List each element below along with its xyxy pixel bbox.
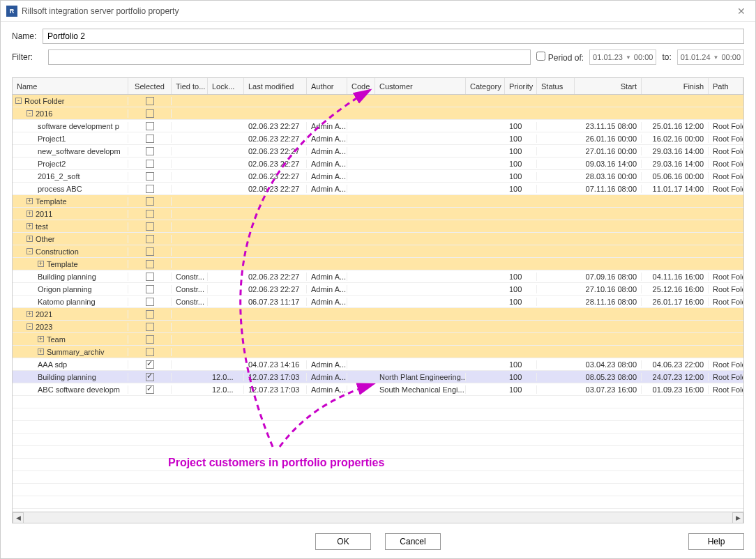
selected-checkbox[interactable] xyxy=(146,323,154,331)
selected-checkbox[interactable] xyxy=(146,385,154,394)
cell: 02.06.23 22:27 xyxy=(244,135,307,143)
table-row[interactable]: Katomo planningConstr...06.07.23 11:17Ad… xyxy=(13,296,743,308)
col-start[interactable]: Start xyxy=(575,78,642,94)
ok-button[interactable]: OK xyxy=(315,533,371,550)
close-icon[interactable]: ✕ xyxy=(733,6,750,17)
table-row[interactable]: +Summary_archiv xyxy=(13,346,743,358)
scroll-left-icon[interactable]: ◀ xyxy=(13,512,24,523)
table-row[interactable]: new_software developm02.06.23 22:27Admin… xyxy=(13,145,743,158)
cell: Root Fold xyxy=(709,160,743,168)
selected-checkbox[interactable] xyxy=(146,197,154,206)
expand-icon[interactable]: + xyxy=(38,261,44,267)
table-row[interactable]: Building planningConstr...02.06.23 22:27… xyxy=(13,270,743,283)
table-row[interactable]: +Other xyxy=(13,233,743,245)
selected-checkbox[interactable] xyxy=(146,210,154,218)
expand-icon[interactable]: + xyxy=(27,198,33,204)
col-tied[interactable]: Tied to... xyxy=(172,78,208,94)
table-row[interactable]: ABC software developm12.0...12.07.23 17:… xyxy=(13,383,743,396)
period-checkbox-wrap[interactable]: Period of: xyxy=(536,52,584,63)
col-name[interactable]: Name xyxy=(13,78,128,94)
table-row[interactable]: -Construction xyxy=(13,245,743,258)
selected-checkbox[interactable] xyxy=(146,247,154,256)
selected-checkbox[interactable] xyxy=(146,360,154,369)
selected-checkbox[interactable] xyxy=(146,310,154,319)
col-code[interactable]: Code xyxy=(347,78,375,94)
cell: 03.04.23 08:00 xyxy=(575,360,642,369)
col-lock[interactable]: Lock... xyxy=(208,78,244,94)
table-row[interactable]: +2021 xyxy=(13,308,743,321)
horizontal-scrollbar[interactable]: ◀ ▶ xyxy=(13,512,743,523)
col-category[interactable]: Category xyxy=(466,78,505,94)
table-row[interactable]: Origon planningConstr...02.06.23 22:27Ad… xyxy=(13,283,743,296)
selected-checkbox[interactable] xyxy=(146,298,154,306)
table-row[interactable]: Project202.06.23 22:27Admin A...10009.03… xyxy=(13,158,743,170)
col-selected[interactable]: Selected xyxy=(128,78,172,94)
help-button[interactable]: Help xyxy=(688,533,744,550)
table-row[interactable]: +test xyxy=(13,220,743,233)
name-input[interactable] xyxy=(43,29,744,44)
selected-checkbox[interactable] xyxy=(146,122,154,130)
cell: 100 xyxy=(505,373,537,381)
from-date[interactable]: 01.01.23▼00:00 xyxy=(589,49,656,65)
col-status[interactable]: Status xyxy=(537,78,575,94)
table-row[interactable]: software development p02.06.23 22:27Admi… xyxy=(13,120,743,132)
col-modified[interactable]: Last modified xyxy=(244,78,307,94)
table-row[interactable]: +2011 xyxy=(13,208,743,220)
table-body[interactable]: -Root Folder-2016software development p0… xyxy=(13,95,743,512)
selected-checkbox[interactable] xyxy=(146,373,154,381)
expand-icon[interactable]: + xyxy=(27,236,33,242)
table-row[interactable]: -2016 xyxy=(13,107,743,120)
collapse-icon[interactable]: - xyxy=(27,110,33,116)
selected-checkbox[interactable] xyxy=(146,147,154,155)
expand-icon[interactable]: + xyxy=(38,349,44,355)
to-date[interactable]: 01.01.24▼00:00 xyxy=(677,49,744,65)
table-row[interactable]: -2023 xyxy=(13,321,743,333)
cell: 23.11.15 08:00 xyxy=(575,122,642,130)
table-row[interactable]: AAA sdp04.07.23 14:16Admin A...10003.04.… xyxy=(13,358,743,371)
collapse-icon[interactable]: - xyxy=(27,323,33,330)
cell: 16.02.16 00:00 xyxy=(642,135,709,143)
col-finish[interactable]: Finish xyxy=(642,78,709,94)
selected-checkbox[interactable] xyxy=(146,185,154,193)
selected-checkbox[interactable] xyxy=(146,235,154,243)
expand-icon[interactable]: + xyxy=(27,311,33,317)
scroll-right-icon[interactable]: ▶ xyxy=(732,512,743,523)
expand-icon[interactable]: + xyxy=(27,223,33,229)
table-row[interactable]: Building planning12.0...12.07.23 17:03Ad… xyxy=(13,371,743,383)
table-row[interactable]: process ABC02.06.23 22:27Admin A...10007… xyxy=(13,183,743,195)
table-row[interactable]: +Team xyxy=(13,333,743,346)
table-row[interactable]: +Template xyxy=(13,195,743,208)
col-path[interactable]: Path xyxy=(709,78,743,94)
cell: 28.11.16 08:00 xyxy=(575,298,642,306)
table-row[interactable]: Project102.06.23 22:27Admin A...10026.01… xyxy=(13,132,743,145)
selected-checkbox[interactable] xyxy=(146,109,154,118)
table-row[interactable]: -Root Folder xyxy=(13,95,743,107)
cell: 25.01.16 12:00 xyxy=(642,122,709,130)
selected-checkbox[interactable] xyxy=(146,135,154,143)
selected-checkbox[interactable] xyxy=(146,348,154,356)
selected-checkbox[interactable] xyxy=(146,260,154,268)
selected-checkbox[interactable] xyxy=(146,172,154,181)
col-customer[interactable]: Customer xyxy=(375,78,466,94)
cell: Admin A... xyxy=(307,373,347,381)
period-checkbox[interactable] xyxy=(536,52,545,61)
expand-icon[interactable]: + xyxy=(27,210,33,217)
selected-checkbox[interactable] xyxy=(146,160,154,168)
expand-icon[interactable]: + xyxy=(38,336,44,342)
selected-checkbox[interactable] xyxy=(146,285,154,293)
selected-checkbox[interactable] xyxy=(146,335,154,344)
table-row[interactable]: +Template xyxy=(13,258,743,270)
collapse-icon[interactable]: - xyxy=(27,248,33,254)
filter-input[interactable] xyxy=(48,49,531,65)
cancel-button[interactable]: Cancel xyxy=(385,533,441,550)
col-author[interactable]: Author xyxy=(307,78,347,94)
row-name: 2016 xyxy=(36,109,52,118)
selected-checkbox[interactable] xyxy=(146,273,154,281)
cell: 06.07.23 11:17 xyxy=(244,298,307,306)
cell: 02.06.23 22:27 xyxy=(244,147,307,155)
col-priority[interactable]: Priority xyxy=(505,78,537,94)
selected-checkbox[interactable] xyxy=(146,97,154,105)
collapse-icon[interactable]: - xyxy=(15,98,22,104)
selected-checkbox[interactable] xyxy=(146,222,154,231)
table-row[interactable]: 2016_2_soft02.06.23 22:27Admin A...10028… xyxy=(13,170,743,183)
